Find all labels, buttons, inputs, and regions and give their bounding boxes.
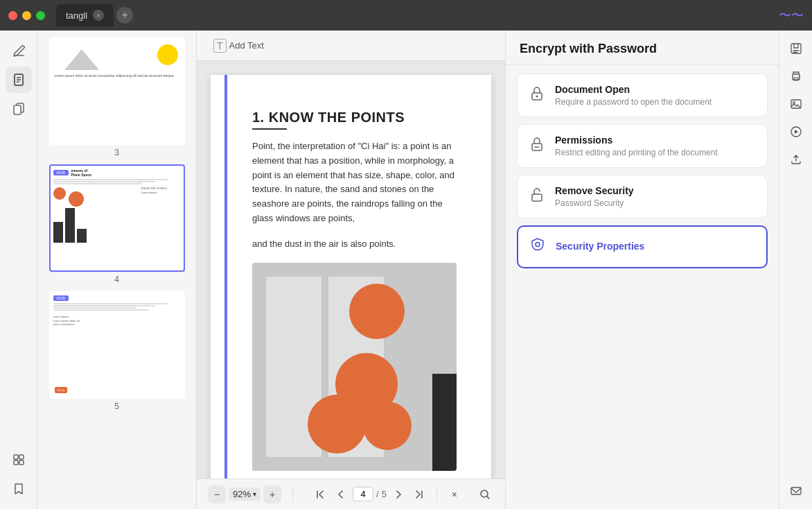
add-text-icon: T [213,39,227,53]
page-paragraph-1: Point, the interpretation of "Ci Hai" is… [252,139,457,226]
encrypt-option-permissions[interactable]: Permissions Restrict editing and printin… [517,124,768,168]
svg-rect-15 [532,194,542,201]
encrypt-panel-body: Document Open Require a password to open… [506,65,779,277]
svg-rect-19 [794,78,798,80]
zoom-decrease-button[interactable]: − [208,485,226,503]
thumb-label-4: 4 [114,275,119,284]
minimize-window-button[interactable] [22,11,31,20]
maximize-window-button[interactable] [36,11,45,20]
thumbnail-page-4[interactable]: UBDB ements ofPlane Space [43,164,191,284]
lock-open-icon [529,187,545,207]
permissions-icon [529,136,545,157]
svg-rect-7 [19,455,24,459]
left-sidebar [0,31,37,509]
svg-rect-5 [14,105,21,114]
sidebar-item-edit[interactable] [6,37,32,64]
current-page-input[interactable] [353,487,373,501]
svg-point-20 [799,76,800,77]
export-button[interactable] [784,147,809,172]
zoom-value-display[interactable]: 92% ▾ [229,488,261,501]
tab-title: tangll [66,10,87,21]
thumb-img-3: Lorem ipsum dolor sit amet consectetur a… [49,37,185,145]
art-bar-1 [432,374,457,471]
bottom-bar: − 92% ▾ + [197,478,505,509]
search-button[interactable] [476,485,494,503]
mail-button[interactable] [784,478,809,503]
sidebar-item-copy[interactable] [6,96,32,122]
nav-close-button[interactable]: × [445,485,464,503]
page-toolbar: T Add Text [197,31,505,61]
tab-close-button[interactable]: × [93,10,104,21]
app-logo-icon: 〜〜 [779,7,804,24]
main-content: T Add Text 1. KNOW THE POINTS Point, the… [197,31,505,509]
svg-rect-8 [14,460,18,465]
art-circle-4 [308,395,367,454]
thumbnail-page-5[interactable]: UBDB Lorem ipsumLorem ipsum dolor sitame… [43,291,191,411]
zoom-increase-button[interactable]: + [263,485,281,503]
svg-rect-9 [19,460,24,465]
pdf-page: 1. KNOW THE POINTS Point, the interpreta… [211,75,491,478]
encrypt-option-permissions-text: Permissions Restrict editing and printin… [555,135,718,157]
art-background [252,263,457,471]
shield-icon [529,236,546,257]
app-body: Lorem ipsum dolor sit amet consectetur a… [0,31,812,509]
page-wrapper: 1. KNOW THE POINTS Point, the interpreta… [197,61,505,478]
encrypt-panel: Encrypt with Password Document Open Requ… [505,31,779,509]
encrypt-panel-header: Encrypt with Password [506,31,779,65]
page-paragraph-1-cont: and the dust in the air is also points. [252,237,457,252]
play-button[interactable] [784,119,809,144]
image-export-button[interactable] [784,92,809,117]
nav-divider [436,486,437,503]
thumb-img-4: UBDB ements ofPlane Space [49,164,185,272]
thumb-label-3: 3 [114,148,119,157]
titlebar: tangll × + 〜〜 [0,0,812,31]
encrypt-option-document-open-text: Document Open Require a password to open… [555,84,712,107]
svg-rect-24 [791,488,801,494]
sidebar-item-document[interactable] [6,67,32,93]
encrypt-option-security-properties[interactable]: Security Properties [517,225,768,268]
page-image [252,263,457,471]
bottom-divider [292,486,293,503]
page-divider [252,128,287,130]
svg-point-22 [793,102,795,104]
art-circle-1 [349,284,405,339]
new-tab-button[interactable]: + [116,7,133,24]
close-window-button[interactable] [8,11,17,20]
nav-first-button[interactable] [311,485,329,503]
zoom-controls: − 92% ▾ + [208,485,281,503]
svg-point-16 [536,243,540,247]
thumb-img-5: UBDB Lorem ipsumLorem ipsum dolor sitame… [49,291,185,399]
nav-prev-button[interactable] [332,485,350,503]
right-toolbar [779,31,812,509]
page-accent [224,75,227,478]
zoom-chevron-icon: ▾ [253,490,256,498]
total-pages: 5 [382,489,387,499]
svg-rect-6 [14,455,18,459]
add-text-button[interactable]: T Add Text [208,36,270,55]
nav-last-button[interactable] [410,485,428,503]
nav-next-button[interactable] [389,485,407,503]
page-title: 1. KNOW THE POINTS [252,110,457,126]
active-tab[interactable]: tangll × [56,4,114,26]
sidebar-item-bookmark[interactable] [6,476,32,502]
tab-area: tangll × + [56,4,779,26]
encrypt-panel-title: Encrypt with Password [520,42,765,56]
thumbnail-page-3[interactable]: Lorem ipsum dolor sit amet consectetur a… [43,37,191,157]
thumb-label-5: 5 [114,402,119,411]
encrypt-option-security-properties-text: Security Properties [556,241,644,254]
page-separator: / [376,489,379,499]
save-pdf-button[interactable] [784,36,809,61]
lock-closed-icon [529,85,545,106]
encrypt-option-document-open[interactable]: Document Open Require a password to open… [517,74,768,117]
bottom-navigation: / 5 × [311,485,464,503]
art-circle-3 [363,402,412,450]
traffic-lights [8,11,45,20]
encrypt-option-remove-security[interactable]: Remove Security Password Security [517,175,768,218]
print-button[interactable] [784,64,809,89]
encrypt-option-remove-security-text: Remove Security Password Security [555,185,634,208]
svg-point-12 [536,95,538,97]
thumbnail-panel: Lorem ipsum dolor sit amet consectetur a… [37,31,197,509]
sidebar-item-grid[interactable] [6,447,32,473]
